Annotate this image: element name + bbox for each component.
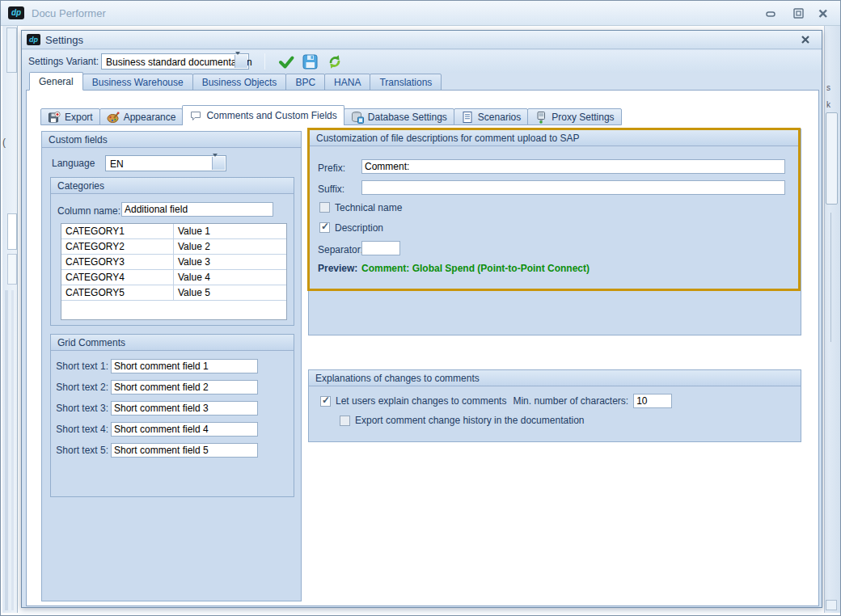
short-text-row: Short text 5: (54, 443, 292, 458)
table-row[interactable]: CATEGORY2 Value 2 (61, 239, 286, 255)
custom-fields-header: Custom fields (42, 132, 301, 148)
subtab-label: Database Settings (368, 112, 447, 123)
tab-bpc[interactable]: BPC (285, 74, 325, 91)
minimize-button[interactable] (764, 6, 779, 21)
sap-upload-header: Customization of file descriptions for c… (310, 130, 798, 146)
sap-upload-panel: Customization of file descriptions for c… (308, 129, 801, 335)
export-history-row: Export comment change history in the doc… (340, 415, 585, 426)
general-tab-page: Export Appearance Comments and Custom Fi… (26, 90, 819, 606)
table-row[interactable]: CATEGORY5 Value 5 (61, 285, 286, 301)
tab-general[interactable]: General (29, 72, 83, 91)
min-chars-input[interactable] (633, 394, 672, 408)
empty-table-row[interactable] (61, 301, 286, 316)
settings-variant-combobox[interactable]: Business standard documentation (101, 53, 249, 70)
subtab-comments-and-custom-fields[interactable]: Comments and Custom Fields (182, 105, 344, 125)
sub-tab-strip: Export Appearance Comments and Custom Fi… (41, 105, 622, 125)
palette-icon (107, 111, 120, 124)
language-value: EN (110, 158, 124, 170)
export-history-checkbox[interactable] (340, 416, 350, 426)
tab-business-warehouse[interactable]: Business Warehouse (82, 74, 193, 91)
short-text-1-label: Short text 1: (54, 361, 111, 372)
chevron-down-icon (213, 154, 218, 168)
app-logo-icon: dp (8, 6, 24, 19)
subtab-database-settings[interactable]: Database Settings (344, 108, 454, 125)
background-fragment (7, 254, 17, 285)
check-icon (277, 54, 295, 70)
short-text-5-input[interactable] (111, 443, 258, 458)
categories-header: Categories (51, 178, 294, 194)
background-fragment (11, 290, 14, 610)
save-button[interactable] (302, 54, 320, 70)
subtab-scenarios[interactable]: Scenarios (454, 108, 528, 125)
table-row[interactable]: CATEGORY4 Value 4 (61, 270, 286, 285)
separator-input[interactable] (361, 241, 400, 255)
chevron-down-icon (235, 52, 240, 66)
value-cell[interactable]: Value 1 (174, 224, 286, 238)
comment-bubble-icon (189, 109, 202, 122)
tab-hana[interactable]: HANA (324, 74, 370, 91)
let-users-label: Let users explain changes to comments (336, 395, 506, 407)
dropdown-button[interactable] (235, 55, 247, 68)
window-title: Docu Performer (32, 7, 106, 19)
language-label: Language (52, 158, 95, 169)
dialog-title: Settings (45, 34, 83, 46)
short-text-3-input[interactable] (111, 401, 258, 416)
tab-business-objects[interactable]: Business Objects (192, 74, 287, 91)
language-combobox[interactable]: EN (105, 155, 226, 171)
preview-value: Comment: Global Spend (Point-to-Point Co… (361, 263, 590, 274)
close-icon (799, 33, 812, 46)
separator-label: Separator: (318, 244, 363, 255)
background-fragment (830, 213, 831, 342)
background-fragment (19, 609, 822, 615)
settings-variant-label: Settings Variant: (28, 56, 99, 67)
maximize-button[interactable] (792, 6, 806, 21)
categories-group: Categories Column name: CATEGORY1 Value … (50, 177, 294, 326)
prefix-label: Prefix: (318, 162, 345, 174)
subtab-appearance[interactable]: Appearance (99, 108, 184, 125)
subtab-label: Comments and Custom Fields (206, 110, 336, 121)
category-cell[interactable]: CATEGORY1 (61, 224, 174, 238)
subtab-export[interactable]: Export (40, 108, 100, 125)
preview-label: Preview: (318, 263, 357, 274)
background-fragment (826, 600, 837, 610)
suffix-input[interactable] (361, 180, 785, 195)
let-users-row: Let users explain changes to comments Mi… (320, 394, 672, 408)
category-cell[interactable]: CATEGORY4 (61, 270, 174, 285)
short-text-1-input[interactable] (111, 359, 258, 373)
value-cell[interactable]: Value 4 (174, 270, 286, 285)
settings-variant-value: Business standard documentation (106, 57, 252, 68)
value-cell[interactable]: Value 2 (174, 239, 286, 254)
table-row[interactable]: CATEGORY3 Value 3 (61, 255, 286, 270)
refresh-icon (327, 54, 343, 70)
refresh-button[interactable] (327, 54, 344, 70)
export-history-label: Export comment change history in the doc… (355, 415, 585, 426)
technical-name-label: Technical name (335, 202, 402, 213)
value-cell[interactable]: Value 5 (174, 285, 286, 300)
short-text-4-input[interactable] (111, 422, 258, 437)
prefix-input[interactable] (361, 159, 785, 174)
category-cell[interactable]: CATEGORY2 (61, 239, 174, 254)
background-fragment (6, 27, 17, 73)
description-checkbox[interactable] (319, 222, 330, 233)
dialog-close-button[interactable] (799, 33, 812, 46)
description-label: Description (335, 222, 383, 234)
category-cell[interactable]: CATEGORY3 (61, 255, 174, 269)
grid-comments-header: Grid Comments (51, 335, 294, 351)
tab-translations[interactable]: Translations (370, 74, 442, 91)
table-row[interactable]: CATEGORY1 Value 1 (61, 224, 286, 239)
dropdown-button[interactable] (212, 157, 225, 170)
maximize-icon (792, 6, 806, 21)
category-cell[interactable]: CATEGORY5 (61, 285, 174, 300)
database-icon (351, 111, 364, 124)
close-button[interactable] (816, 6, 830, 21)
value-cell[interactable]: Value 3 (174, 255, 286, 269)
let-users-checkbox[interactable] (320, 396, 331, 407)
short-text-2-input[interactable] (111, 380, 258, 394)
min-chars-label: Min. number of characters: (513, 395, 628, 407)
column-name-input[interactable] (121, 202, 273, 217)
technical-name-checkbox[interactable] (319, 202, 330, 213)
toolbar-separator (264, 53, 265, 70)
window-titlebar: dp Docu Performer (1, 1, 840, 26)
subtab-proxy-settings[interactable]: Proxy Settings (527, 108, 621, 125)
apply-button[interactable] (277, 54, 295, 70)
